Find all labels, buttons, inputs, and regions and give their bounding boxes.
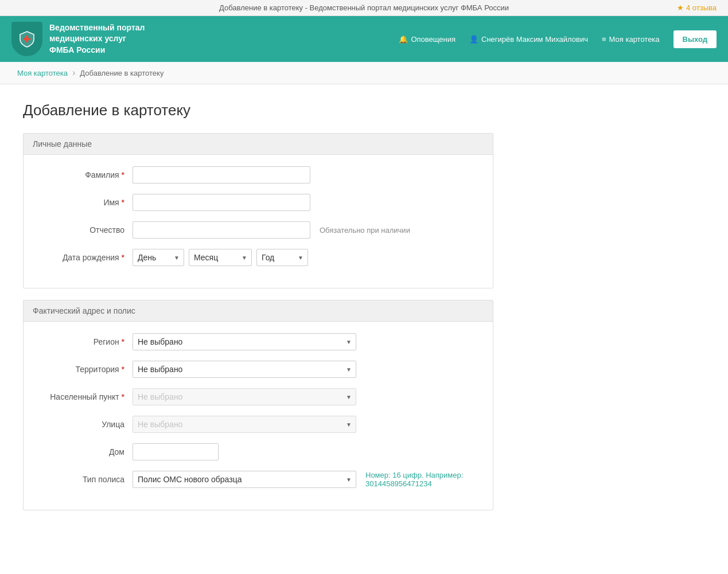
street-row: Улица Не выбрано ▼ <box>41 416 476 433</box>
dom-row: Дом <box>41 443 476 460</box>
month-select[interactable]: Месяц <box>189 249 252 266</box>
polis-select[interactable]: Полис ОМС нового образца <box>133 471 356 488</box>
settlement-wrapper: Не выбрано ▼ <box>133 388 356 405</box>
settlement-row: Населенный пункт * Не выбрано ▼ <box>41 388 476 405</box>
rating-badge: ★ 4 отзыва <box>677 3 717 12</box>
lastname-label: Фамилия * <box>41 170 133 179</box>
region-row: Регион * Не выбрано ▼ <box>41 333 476 350</box>
middlename-label: Отчество <box>41 225 133 235</box>
header-title: Ведомственный портал медицинских услуг Ф… <box>49 22 145 56</box>
settlement-select[interactable]: Не выбрано <box>133 388 356 405</box>
firstname-input[interactable] <box>133 194 310 211</box>
section-personal-body: Фамилия * Имя * Отчество Обязательно при… <box>24 155 493 288</box>
breadcrumb-item-current: Добавление в картотеку <box>80 69 163 77</box>
top-bar-title: Добавление в картотеку - Ведомственный п… <box>219 3 509 12</box>
polis-row: Тип полиса Полис ОМС нового образца ▼ Но… <box>41 471 476 488</box>
bell-icon: 🔔 <box>399 35 408 44</box>
street-select[interactable]: Не выбрано <box>133 416 356 433</box>
territory-label: Территория * <box>41 365 133 374</box>
middlename-hint: Обязательно при наличии <box>320 226 410 235</box>
birthdate-label: Дата рождения * <box>41 253 133 262</box>
header: Ведомственный портал медицинских услуг Ф… <box>0 16 728 62</box>
section-address-header: Фактический адрес и полис <box>24 300 493 322</box>
region-select[interactable]: Не выбрано <box>133 333 356 350</box>
main-content: Добавление в картотеку Личные данные Фам… <box>0 84 516 539</box>
dom-input[interactable] <box>133 443 219 460</box>
date-selects: День ▼ Месяц ▼ Год ▼ <box>133 249 308 266</box>
lastname-input[interactable] <box>133 166 310 183</box>
lastname-row: Фамилия * <box>41 166 476 183</box>
breadcrumb: Моя картотека › Добавление в картотеку <box>0 62 728 84</box>
svg-rect-1 <box>24 38 30 40</box>
month-wrapper: Месяц ▼ <box>189 249 252 266</box>
section-personal-header: Личные данные <box>24 134 493 155</box>
breadcrumb-item-kartoteka[interactable]: Моя картотека <box>17 69 68 77</box>
territory-row: Территория * Не выбрано ▼ <box>41 361 476 378</box>
section-address: Фактический адрес и полис Регион * Не вы… <box>23 300 493 510</box>
street-label: Улица <box>41 420 133 429</box>
user-nav[interactable]: 👤 Снегирёв Максим Михайлович <box>465 32 593 46</box>
user-icon: 👤 <box>469 35 478 44</box>
middlename-input[interactable] <box>133 221 310 239</box>
territory-select[interactable]: Не выбрано <box>133 361 356 378</box>
kartoteka-nav[interactable]: ≡ Моя картотека <box>597 32 664 46</box>
header-nav: 🔔 Оповещения 👤 Снегирёв Максим Михайлови… <box>394 30 717 48</box>
header-logo: Ведомственный портал медицинских услуг Ф… <box>11 22 145 56</box>
shield-icon <box>18 30 36 48</box>
top-bar: Добавление в картотеку - Ведомственный п… <box>0 0 728 16</box>
firstname-row: Имя * <box>41 194 476 211</box>
breadcrumb-separator: › <box>72 68 75 78</box>
dom-label: Дом <box>41 447 133 456</box>
page-title: Добавление в картотеку <box>23 101 493 119</box>
polis-label: Тип полиса <box>41 475 133 484</box>
section-personal: Личные данные Фамилия * Имя * Отчество <box>23 133 493 288</box>
region-label: Регион * <box>41 337 133 346</box>
day-wrapper: День ▼ <box>133 249 184 266</box>
firstname-label: Имя * <box>41 198 133 207</box>
year-wrapper: Год ▼ <box>256 249 308 266</box>
notifications-nav[interactable]: 🔔 Оповещения <box>394 32 460 46</box>
year-select[interactable]: Год <box>256 249 308 266</box>
region-wrapper: Не выбрано ▼ <box>133 333 356 350</box>
birthdate-row: Дата рождения * День ▼ Месяц ▼ <box>41 249 476 266</box>
polis-hint: Номер: 16 цифр. Например: 30144589564712… <box>365 471 476 488</box>
exit-button[interactable]: Выход <box>674 30 717 48</box>
territory-wrapper: Не выбрано ▼ <box>133 361 356 378</box>
menu-icon: ≡ <box>602 35 606 44</box>
settlement-label: Населенный пункт * <box>41 392 133 401</box>
star-icon: ★ 4 отзыва <box>677 3 717 12</box>
street-wrapper: Не выбрано ▼ <box>133 416 356 433</box>
logo-shield <box>11 22 42 56</box>
section-address-body: Регион * Не выбрано ▼ Территория * Не вы… <box>24 322 493 510</box>
polis-wrapper: Полис ОМС нового образца ▼ <box>133 471 356 488</box>
middlename-row: Отчество Обязательно при наличии <box>41 221 476 239</box>
day-select[interactable]: День <box>133 249 184 266</box>
